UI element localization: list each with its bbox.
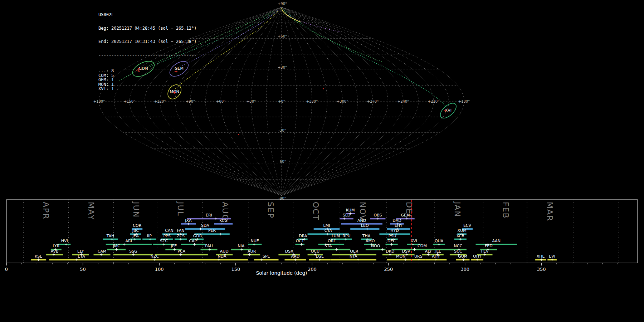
radiant-xvi: XVI bbox=[438, 101, 459, 121]
ecliptic-longitude-label: +270° bbox=[367, 99, 379, 103]
shower-code-label: QUA bbox=[435, 239, 444, 243]
shower-code-label: LUM bbox=[332, 234, 340, 238]
shower-code-label: XHE bbox=[537, 254, 545, 259]
shower-code-label: SDA bbox=[201, 223, 209, 228]
month-label: DEC bbox=[405, 202, 414, 220]
shower-count-list: ...: 8COM: 5GEM: 1MON: 1XVI: 1 bbox=[98, 69, 197, 91]
peak-marker bbox=[381, 248, 384, 251]
peak-marker bbox=[260, 259, 263, 261]
shower-code-label: PPS bbox=[163, 234, 170, 238]
peak-marker bbox=[390, 243, 393, 246]
shower-code-label: CTA bbox=[325, 228, 332, 233]
shower-code-label: ETA bbox=[78, 254, 85, 259]
peak-marker bbox=[343, 218, 346, 220]
peak-marker bbox=[462, 259, 465, 261]
shower-code-label: SSG bbox=[129, 249, 137, 254]
peak-marker bbox=[65, 243, 67, 246]
shower-code-label: HVI bbox=[61, 239, 68, 243]
shower-code-label: KCG bbox=[219, 218, 228, 223]
shower-code-label: JEA bbox=[132, 234, 139, 238]
ecliptic-longitude-label: +150° bbox=[124, 99, 135, 103]
shower-code-label: FED bbox=[485, 244, 493, 248]
shower-code-label: DEC bbox=[387, 239, 396, 243]
peak-marker bbox=[219, 233, 222, 235]
peak-marker bbox=[123, 243, 125, 246]
x-tick-label: 150 bbox=[231, 267, 240, 272]
shower-bar-tah bbox=[103, 239, 118, 240]
shower-code-label: CAN bbox=[165, 228, 173, 233]
shower-code-label: NTA bbox=[350, 254, 357, 259]
peak-marker bbox=[404, 259, 407, 261]
peak-marker bbox=[53, 253, 55, 256]
shower-code-label: DKD bbox=[386, 249, 394, 254]
shower-bar-oct bbox=[295, 244, 304, 245]
ecliptic-longitude-label: +210° bbox=[428, 99, 439, 103]
peak-marker bbox=[459, 238, 462, 240]
shower-code-label: GDR bbox=[193, 234, 202, 238]
meteor-trail bbox=[182, 10, 278, 66]
ecliptic-latitude-label: +60° bbox=[278, 34, 287, 38]
shower-code-label: LEO bbox=[361, 223, 369, 228]
shower-code-label: FEV bbox=[481, 249, 489, 254]
peak-marker bbox=[111, 238, 113, 240]
meteor-trail bbox=[283, 10, 342, 32]
shower-count-line: XVI: 1 bbox=[98, 87, 197, 91]
shower-bar-leo bbox=[350, 228, 379, 230]
peak-marker bbox=[153, 259, 156, 261]
shower-code-label: AVB bbox=[51, 249, 59, 254]
ecliptic-latitude-label: -30° bbox=[278, 128, 286, 132]
peak-marker bbox=[377, 218, 379, 220]
shower-code-label: ZCS bbox=[177, 234, 185, 238]
peak-marker bbox=[551, 259, 553, 261]
shower-code-label: COR bbox=[133, 223, 141, 228]
peak-marker bbox=[253, 243, 255, 246]
shower-code-label: URS bbox=[414, 254, 423, 259]
shower-code-label: DSV bbox=[402, 249, 410, 254]
peak-marker bbox=[132, 253, 135, 256]
shower-count-line: GEM: 1 bbox=[98, 78, 197, 82]
shower-code-label: OBS bbox=[374, 213, 382, 218]
peak-marker bbox=[180, 238, 182, 240]
peak-marker bbox=[318, 259, 321, 261]
ecliptic-latitude-label: +90° bbox=[278, 2, 287, 6]
shower-code-label: SPE bbox=[263, 254, 270, 259]
shower-code-label: LYR bbox=[53, 244, 59, 248]
shower-code-label: OER bbox=[350, 249, 358, 254]
peak-marker bbox=[163, 243, 165, 246]
peak-marker bbox=[37, 259, 40, 261]
peak-marker bbox=[435, 259, 437, 261]
shower-bar-mon bbox=[387, 259, 415, 260]
peak-marker bbox=[115, 248, 118, 251]
shower-bar-com bbox=[392, 249, 453, 250]
shower-code-label: AHY bbox=[432, 254, 440, 259]
peak-marker bbox=[193, 243, 196, 246]
shower-code-label: ORI bbox=[328, 239, 335, 243]
x-axis-title: Solar longitude (deg) bbox=[256, 270, 307, 276]
shower-code-label: ELY bbox=[77, 249, 84, 254]
peak-marker bbox=[476, 259, 478, 261]
peak-marker bbox=[326, 233, 329, 235]
shower-bar-sld bbox=[340, 218, 353, 219]
month-label: JUN bbox=[132, 201, 141, 218]
peak-marker bbox=[75, 259, 78, 261]
peak-marker bbox=[215, 218, 217, 220]
shower-code-label: KUM bbox=[346, 208, 355, 213]
ecliptic-longitude-label: +90° bbox=[186, 99, 195, 103]
month-label: OCT bbox=[311, 202, 320, 220]
shower-code-label: ALY bbox=[425, 249, 432, 254]
observation-end: End: 20251217 10:31:43 (sol = 265.38°) bbox=[98, 39, 197, 44]
month-label: JUL bbox=[176, 201, 185, 216]
peak-marker bbox=[389, 253, 391, 256]
x-tick-label: 250 bbox=[384, 267, 393, 272]
shower-bar-cap bbox=[181, 244, 205, 245]
shower-code-label: AUR bbox=[248, 249, 256, 254]
shower-code-label: NIA bbox=[238, 244, 244, 248]
shower-code-label: NCC bbox=[454, 244, 463, 248]
peak-marker bbox=[412, 243, 414, 246]
peak-marker bbox=[221, 223, 223, 225]
peak-marker bbox=[149, 238, 151, 240]
shower-code-label: PAU bbox=[205, 244, 213, 248]
peak-marker bbox=[180, 253, 182, 256]
shower-code-label: TAH bbox=[106, 234, 114, 238]
meteor-radiant-report: +180°+150°+120°+90°+60°+30°+0°+330°+300°… bbox=[0, 0, 644, 322]
